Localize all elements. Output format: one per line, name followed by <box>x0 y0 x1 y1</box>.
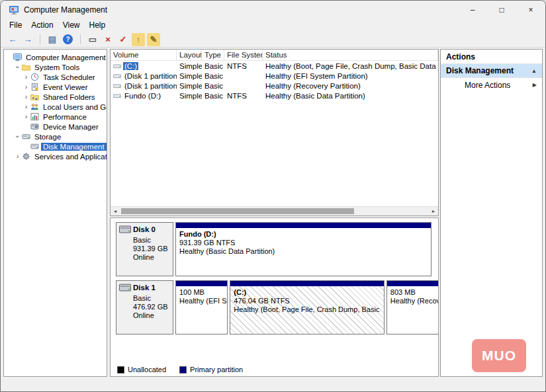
column-header-layout[interactable]: Layout <box>177 50 202 60</box>
volume-drive-icon <box>113 82 121 90</box>
volume-drive-icon <box>113 62 121 70</box>
expander-icon[interactable]: › <box>23 83 29 91</box>
expander-icon[interactable]: › <box>14 134 21 139</box>
forward-icon[interactable]: → <box>21 33 34 46</box>
type-cell: Basic <box>202 62 224 70</box>
tree-item-computer-management-local[interactable]: Computer Management (Local) <box>4 52 107 62</box>
tree-item-disk-management[interactable]: Disk Management <box>4 141 107 151</box>
submenu-arrow-icon[interactable]: ▶ <box>533 82 537 88</box>
folder-up-icon[interactable]: ↑ <box>132 33 145 46</box>
close-button[interactable]: × <box>516 1 545 19</box>
partition-color-bar <box>176 281 227 286</box>
volume-name: (C:) <box>123 62 138 70</box>
actions-panel: Actions Disk Management▲More Actions▶ <box>440 49 543 377</box>
action-more-actions[interactable]: More Actions▶ <box>441 78 542 92</box>
disk-detail: 476.92 GB <box>133 303 170 311</box>
tree-item-label: Computer Management (Local) <box>24 54 107 61</box>
disk-name: Disk 1 <box>133 284 156 292</box>
disk-detail: 931.39 GB <box>133 245 170 253</box>
partition-body: (C:)476.04 GB NTFSHealthy (Boot, Page Fi… <box>230 286 384 316</box>
delete-volume-icon[interactable]: × <box>101 33 114 46</box>
disk-detail: Basic <box>133 294 170 303</box>
column-header-file-system[interactable]: File System <box>224 50 263 60</box>
scrollbar-thumb[interactable] <box>121 208 354 214</box>
expander-icon[interactable]: › <box>15 153 21 160</box>
menu-help[interactable]: Help <box>85 20 111 31</box>
users-icon <box>30 102 39 111</box>
volume-row-fundo-d[interactable]: Fundo (D:)SimpleBasicNTFSHealthy (Basic … <box>111 91 438 100</box>
type-cell: Basic <box>202 92 224 100</box>
back-icon[interactable]: ← <box>6 33 19 46</box>
partition-title: (C:) <box>234 288 381 297</box>
partition-detail: 100 MB <box>179 288 224 297</box>
tree-item-task-scheduler[interactable]: ›Task Scheduler <box>4 72 107 82</box>
expander-icon[interactable]: › <box>23 113 29 120</box>
menu-action[interactable]: Action <box>26 20 58 31</box>
disk-info-disk-1[interactable]: Disk 1Basic476.92 GBOnline <box>116 280 173 334</box>
help-icon[interactable]: ? <box>63 34 73 44</box>
volume-row-disk-1-partition-1[interactable]: (Disk 1 partition 1)SimpleBasicHealthy (… <box>111 71 438 81</box>
expander-icon[interactable]: › <box>23 93 29 100</box>
expander-icon[interactable]: › <box>23 73 29 81</box>
tree-item-shared-folders[interactable]: ›Shared Folders <box>4 92 107 102</box>
disk-drive-icon <box>119 283 131 292</box>
menu-file[interactable]: File <box>5 20 26 31</box>
menu-view[interactable]: View <box>58 20 85 31</box>
volume-name: Fundo (D:) <box>123 92 162 100</box>
layout-cell: Simple <box>177 82 202 90</box>
expander-icon[interactable]: › <box>14 64 21 70</box>
scroll-right-icon[interactable]: ► <box>429 207 438 216</box>
partition-body: Fundo (D:)931.39 GB NTFSHealthy (Basic D… <box>176 228 431 258</box>
fs-cell: NTFS <box>224 62 263 70</box>
tree-item-label: Event Viewer <box>41 83 90 91</box>
tree-item-performance[interactable]: ›Performance <box>4 112 107 122</box>
status-cell: Healthy (Recovery Partition) <box>263 82 438 90</box>
tree-item-label: Device Manager <box>41 123 101 131</box>
volume-drive-icon <box>113 92 121 100</box>
tree-item-device-manager[interactable]: Device Manager <box>4 122 107 132</box>
tree-item-storage[interactable]: ›Storage <box>4 132 107 141</box>
computer-management-window: Computer Management – □ × FileActionView… <box>0 0 546 392</box>
maximize-button[interactable]: □ <box>487 1 516 19</box>
actions-title: Actions <box>441 50 542 64</box>
legend: UnallocatedPrimary partition <box>117 366 243 373</box>
action-disk-management[interactable]: Disk Management▲ <box>441 64 542 78</box>
horizontal-scrollbar[interactable]: ◄ ► <box>111 206 438 216</box>
partition-body: 803 MBHealthy (Recovery Pa <box>387 286 439 307</box>
scroll-left-icon[interactable]: ◄ <box>111 207 120 216</box>
folder-edit-icon[interactable]: ✎ <box>147 33 160 46</box>
volume-row-disk-1-partition-4[interactable]: (Disk 1 partition 4)SimpleBasicHealthy (… <box>111 81 438 91</box>
tree-item-services-and-applications[interactable]: ›Services and Applications <box>4 151 107 161</box>
partition-803-mb[interactable]: 803 MBHealthy (Recovery Pa <box>387 280 439 334</box>
partition-100-mb[interactable]: 100 MBHealthy (EFI S <box>175 280 228 334</box>
disk-info-disk-0[interactable]: Disk 0Basic931.39 GBOnline <box>116 222 173 276</box>
tree-item-label: System Tools <box>32 63 81 71</box>
tree-item-label: Performance <box>41 113 89 121</box>
expander-icon[interactable]: › <box>23 103 29 110</box>
minimize-button[interactable]: – <box>458 1 487 19</box>
column-header-status[interactable]: Status <box>263 50 438 60</box>
column-header-volume[interactable]: Volume <box>111 50 177 60</box>
tree-item-event-viewer[interactable]: ›Event Viewer <box>4 82 107 92</box>
actions-items: Disk Management▲More Actions▶ <box>441 64 542 92</box>
scheduler-icon <box>30 73 39 81</box>
partition-detail: 803 MB <box>390 288 439 297</box>
partition-detail: Healthy (Basic Data Partition) <box>179 247 428 256</box>
volume-row-c[interactable]: (C:)SimpleBasicNTFSHealthy (Boot, Page F… <box>111 61 438 71</box>
volume-list-rows: (C:)SimpleBasicNTFSHealthy (Boot, Page F… <box>111 61 438 100</box>
toolbar: ←→▤?▭×✓↑✎ <box>1 32 545 48</box>
partition-fundo-d[interactable]: Fundo (D:)931.39 GB NTFSHealthy (Basic D… <box>175 222 432 276</box>
legend-swatch <box>179 366 187 373</box>
partition-c[interactable]: (C:)476.04 GB NTFSHealthy (Boot, Page Fi… <box>230 280 385 334</box>
console-tree-icon[interactable]: ▤ <box>46 33 59 46</box>
titlebar: Computer Management – □ × <box>1 1 545 19</box>
partitions: Fundo (D:)931.39 GB NTFSHealthy (Basic D… <box>175 222 432 276</box>
drive-properties-icon[interactable]: ▭ <box>86 33 99 46</box>
partition-color-bar <box>387 281 439 286</box>
tree-item-local-users-and-groups[interactable]: ›Local Users and Groups <box>4 102 107 112</box>
check-doc-icon[interactable]: ✓ <box>116 33 130 46</box>
column-header-type[interactable]: Type <box>202 50 224 60</box>
collapse-icon[interactable]: ▲ <box>531 68 537 74</box>
tree-item-system-tools[interactable]: ›System Tools <box>4 62 107 72</box>
disk-detail: Online <box>133 253 170 262</box>
